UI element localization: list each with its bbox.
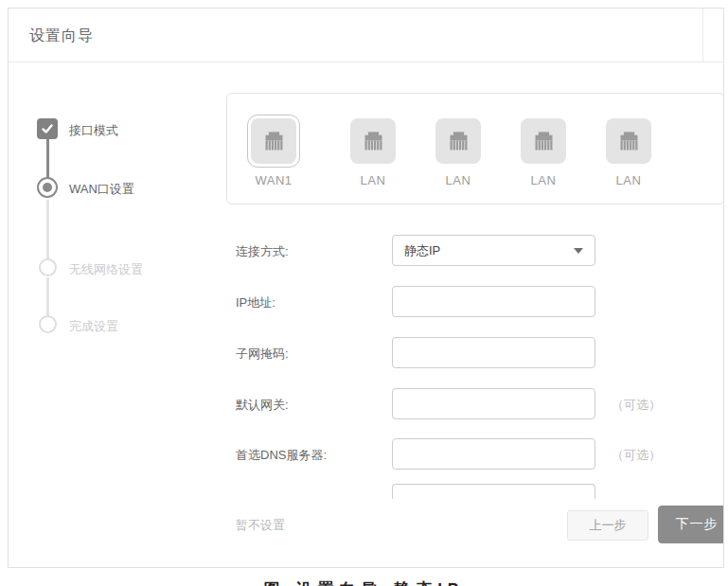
port-lan-3[interactable]: LAN [515,115,572,187]
page: 设置向导 接口模式 WAN口设置 无线网络设置 完成设置 [0,0,728,586]
port-lan-1[interactable]: LAN [345,115,401,187]
default-gateway-field[interactable] [392,388,595,419]
subnet-mask-label: 子网掩码: [236,346,289,363]
optional-note: （可选） [612,397,661,414]
step-connector [46,139,49,181]
primary-dns-label: 首选DNS服务器: [236,447,327,464]
primary-dns-field[interactable] [392,438,595,470]
radio-dot-icon [37,177,58,198]
optional-note: （可选） [612,447,661,464]
port-lan-4[interactable]: LAN [600,115,657,187]
port-label: LAN [430,173,487,187]
port-wan1[interactable]: WAN1 [245,115,302,187]
connection-type-select[interactable]: 静态IP [392,235,595,266]
step-connector [46,277,49,317]
ports-panel: WAN1 LAN LAN [226,93,724,204]
empty-circle-icon [39,258,57,276]
prev-step-button[interactable]: 上一步 [567,510,648,541]
port-lan-2[interactable]: LAN [430,115,487,187]
check-icon [37,118,58,139]
ip-address-field[interactable] [392,286,595,317]
rj45-port-icon [251,118,296,164]
skip-setup-link[interactable]: 暂不设置 [236,517,285,534]
setup-wizard-dialog: 设置向导 接口模式 WAN口设置 无线网络设置 完成设置 [8,8,724,568]
rj45-port-icon [435,118,481,164]
port-label: LAN [600,173,657,187]
caret-down-icon [574,248,583,254]
rj45-port-icon [606,118,651,164]
step-wireless-settings: 无线网络设置 [69,261,143,278]
ip-address-label: IP地址: [236,294,275,311]
step-wan-settings: WAN口设置 [69,181,134,198]
subnet-mask-field[interactable] [392,337,595,368]
port-label: LAN [515,173,572,187]
rj45-port-icon [521,118,566,164]
header-right-cell [702,9,723,62]
figure-caption: 图 设置向导-静态IP [0,578,728,586]
step-finish: 完成设置 [69,318,118,335]
port-label: LAN [345,173,401,187]
rj45-port-icon [350,118,396,164]
default-gateway-label: 默认网关: [236,397,289,414]
next-step-button[interactable]: 下一步 [658,506,724,543]
page-title: 设置向导 [29,9,94,62]
empty-circle-icon [39,315,57,333]
secondary-dns-field-clipped[interactable] [392,484,595,499]
step-connector [46,200,49,260]
dialog-header: 设置向导 [9,9,723,62]
port-label: WAN1 [245,173,302,187]
connection-type-value: 静态IP [404,242,440,259]
step-interface-mode: 接口模式 [69,122,118,139]
connection-type-label: 连接方式: [236,243,289,260]
